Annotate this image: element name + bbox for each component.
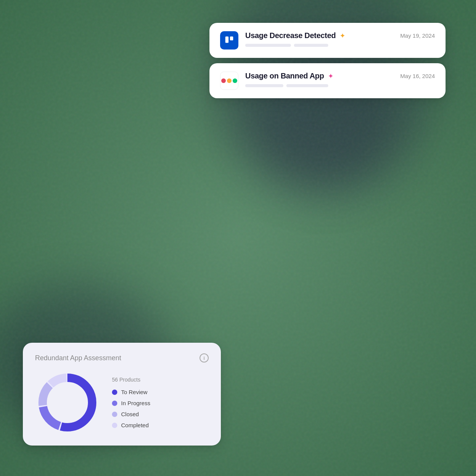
assessment-header: Redundant App Assessment i: [35, 353, 209, 363]
donut-svg: [35, 370, 100, 435]
trello-icon: [224, 35, 235, 46]
assessment-widget: Redundant App Assessment i: [23, 343, 221, 446]
alert-2-star-icon: ✦: [328, 72, 334, 80]
alert-1-content: Usage Decrease Detected ✦ May 19, 2024: [245, 31, 435, 47]
alert-1-bar-2: [294, 44, 328, 47]
assessment-card[interactable]: Redundant App Assessment i: [23, 343, 221, 446]
legend-dot-to-review: [112, 390, 117, 395]
monday-dot-green: [233, 78, 237, 83]
legend-dot-completed: [112, 423, 117, 428]
donut-chart: [35, 370, 100, 435]
alert-card-usage-decrease[interactable]: Usage Decrease Detected ✦ May 19, 2024: [209, 23, 446, 58]
svg-rect-0: [224, 35, 235, 46]
alert-1-date: May 19, 2024: [400, 32, 435, 39]
alert-2-bar-1: [245, 84, 283, 87]
assessment-body: 56 Products To Review In Progress Closed: [35, 370, 209, 435]
products-count: 56 Products: [112, 377, 150, 383]
legend-dot-closed: [112, 412, 117, 417]
alert-1-bars: [245, 44, 435, 47]
svg-rect-2: [230, 37, 233, 40]
alert-1-header: Usage Decrease Detected ✦ May 19, 2024: [245, 31, 435, 40]
trello-app-icon: [220, 31, 238, 50]
legend-item-in-progress: In Progress: [112, 400, 150, 406]
legend-dot-in-progress: [112, 401, 117, 406]
alert-card-banned-app[interactable]: Usage on Banned App ✦ May 16, 2024: [209, 63, 446, 98]
alert-2-date: May 16, 2024: [400, 73, 435, 79]
legend-item-to-review: To Review: [112, 389, 150, 395]
info-icon[interactable]: i: [200, 353, 209, 363]
alert-2-title: Usage on Banned App: [245, 72, 324, 80]
alert-2-bar-2: [286, 84, 328, 87]
alert-1-title: Usage Decrease Detected: [245, 31, 336, 40]
legend-label-completed: Completed: [121, 422, 149, 428]
monday-dot-orange: [227, 78, 232, 83]
alert-2-content: Usage on Banned App ✦ May 16, 2024: [245, 72, 435, 87]
alert-2-bars: [245, 84, 435, 87]
info-icon-label: i: [203, 355, 205, 361]
alert-2-header: Usage on Banned App ✦ May 16, 2024: [245, 72, 435, 80]
monday-logo-dots: [221, 78, 237, 83]
legend-item-closed: Closed: [112, 411, 150, 417]
legend-label-closed: Closed: [121, 411, 139, 417]
assessment-legend: 56 Products To Review In Progress Closed: [112, 377, 150, 428]
assessment-title: Redundant App Assessment: [35, 354, 121, 362]
alert-1-star-icon: ✦: [340, 32, 345, 40]
legend-label-to-review: To Review: [121, 389, 147, 395]
legend-label-in-progress: In Progress: [121, 400, 150, 406]
monday-app-icon: [220, 72, 238, 90]
svg-rect-1: [225, 37, 228, 43]
alert-cards-container: Usage Decrease Detected ✦ May 19, 2024 U…: [209, 23, 446, 98]
legend-item-completed: Completed: [112, 422, 150, 428]
alert-1-bar-1: [245, 44, 291, 47]
monday-dot-red: [221, 78, 226, 83]
